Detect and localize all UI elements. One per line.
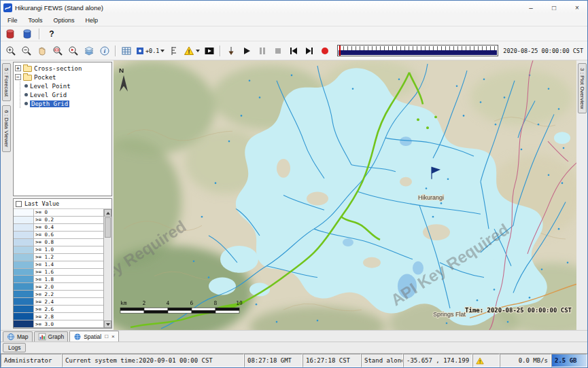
panel-maximize-icon[interactable]: □ xyxy=(105,333,108,339)
tree-node-label[interactable]: Cross-section xyxy=(34,65,82,72)
expand-icon[interactable] xyxy=(15,65,21,71)
zoom-out-button[interactable] xyxy=(19,44,34,58)
tree-leaf-label[interactable]: Level Grid xyxy=(30,92,67,98)
profile-tool-button[interactable] xyxy=(224,44,239,58)
tab-spatial[interactable]: Spatial □ × xyxy=(69,331,119,342)
scrollbar-thumb[interactable] xyxy=(105,217,111,238)
step-forward-icon xyxy=(304,45,315,56)
tab-graph[interactable]: Graph xyxy=(34,331,69,342)
collapse-icon[interactable] xyxy=(15,74,21,80)
menu-options[interactable]: Options xyxy=(48,16,80,25)
info-button[interactable]: i xyxy=(97,44,112,58)
tab-map[interactable]: Map xyxy=(3,331,33,342)
legend-scrollbar[interactable] xyxy=(104,209,111,328)
main-toolbar: ? xyxy=(1,26,587,41)
step-back-button[interactable] xyxy=(286,44,301,58)
step-forward-button[interactable] xyxy=(302,44,317,58)
menu-file[interactable]: File xyxy=(2,16,23,25)
map-time-label: Time: 2020-08-25 00:00:00 CST xyxy=(465,307,572,314)
legend-swatch xyxy=(14,246,34,253)
legend-row: >= 1.4 xyxy=(14,261,103,269)
help-button[interactable]: ? xyxy=(44,27,59,41)
legend-swatch xyxy=(14,254,34,261)
timeline-slider[interactable] xyxy=(337,45,498,56)
status-alerts[interactable]: ! xyxy=(472,354,500,367)
legend-swatch xyxy=(14,313,34,320)
grid-icon xyxy=(121,45,132,56)
tree-node-pocket[interactable]: Pocket xyxy=(15,73,111,81)
tree-leaf-depth-grid[interactable]: Depth Grid xyxy=(23,99,111,108)
legend-swatch xyxy=(14,239,34,246)
layers-button[interactable] xyxy=(82,44,97,58)
legend-row: >= 2.8 xyxy=(14,313,103,320)
parameter-tree: Cross-section Pocket Level Point Level G… xyxy=(13,62,112,196)
scale-tick: 8 xyxy=(214,300,218,306)
legend-swatch xyxy=(14,291,34,297)
tab-label: Spatial xyxy=(84,333,101,340)
leaf-bullet-icon xyxy=(24,93,28,96)
zoom-previous-icon xyxy=(68,45,79,56)
stop-button[interactable] xyxy=(271,44,286,58)
left-tab-strip: 5 : Forecast 6 : Data Viewer xyxy=(1,60,12,330)
leaf-bullet-icon xyxy=(24,102,28,105)
minimize-button[interactable]: – xyxy=(521,1,541,14)
map-canvas: API Key Required API Key Required N Hiku… xyxy=(114,60,576,330)
tree-leaf-level-point[interactable]: Level Point xyxy=(23,81,111,90)
legend-swatch xyxy=(14,276,34,282)
open-database-button[interactable] xyxy=(20,27,35,41)
scale-tick: 2 xyxy=(143,300,146,306)
tree-node-label[interactable]: Pocket xyxy=(34,74,56,81)
scale-ruler-icon xyxy=(169,45,179,56)
zoom-window-button[interactable] xyxy=(50,44,65,58)
animation-viewer-button[interactable] xyxy=(202,44,217,58)
legend-row: >= 1.2 xyxy=(14,254,103,261)
open-forecast-button[interactable] xyxy=(3,27,18,41)
timeline-band xyxy=(339,50,497,55)
pause-button[interactable] xyxy=(255,44,270,58)
scroll-down-button[interactable] xyxy=(104,320,111,328)
legend-row: >= 2.2 xyxy=(14,291,103,298)
warning-combo[interactable]: ! xyxy=(182,45,201,57)
map-view[interactable]: API Key Required API Key Required N Hiku… xyxy=(114,60,576,330)
maximize-button[interactable]: □ xyxy=(544,1,564,14)
record-button[interactable] xyxy=(317,44,332,58)
sidebar-tab-data-viewer[interactable]: 6 : Data Viewer xyxy=(2,105,11,152)
close-button[interactable]: × xyxy=(567,1,587,14)
tree-leaf-label[interactable]: Level Point xyxy=(30,83,71,90)
threshold-combo[interactable]: +0.1 xyxy=(135,46,166,56)
zoom-in-button[interactable] xyxy=(3,44,18,58)
legend-swatch xyxy=(14,283,34,290)
scroll-up-button[interactable] xyxy=(104,209,111,217)
tree-leaf-level-grid[interactable]: Level Grid xyxy=(23,90,111,99)
status-bar: Administrator Current system time:2020-0… xyxy=(1,353,587,367)
sidebar-tab-forecast[interactable]: 5 : Forecast xyxy=(2,63,11,101)
menu-tools[interactable]: Tools xyxy=(23,16,48,25)
legend-swatch xyxy=(14,269,34,276)
status-coordinates: -35.657 , 174.199 xyxy=(403,354,472,367)
logs-button[interactable]: Logs xyxy=(3,343,26,352)
legend-list: >= 0 >= 0.2 >= 0.4 >= 0.6 >= 0.8 >= 1.0 … xyxy=(14,209,104,328)
tree-node-cross-section[interactable]: Cross-section xyxy=(15,64,111,73)
grid-display-button[interactable] xyxy=(119,44,134,58)
zoom-previous-button[interactable] xyxy=(66,44,81,58)
play-button[interactable] xyxy=(239,44,254,58)
panel-close-icon[interactable]: × xyxy=(111,333,115,339)
pan-button[interactable] xyxy=(35,44,50,58)
pause-icon xyxy=(257,45,268,56)
last-value-checkbox[interactable] xyxy=(16,201,22,207)
app-window: Hikurangi FEWS (Stand alone) – □ × File … xyxy=(0,0,588,368)
legend-row: >= 1.0 xyxy=(14,246,103,254)
menu-help[interactable]: Help xyxy=(80,16,104,25)
sidebar-tab-plot-overview[interactable]: 3 : Plot Overview xyxy=(578,63,587,113)
legend-row: >= 0 xyxy=(14,209,103,217)
legend-swatch xyxy=(14,306,34,312)
main-area: 5 : Forecast 6 : Data Viewer Cross-secti… xyxy=(1,60,587,330)
threshold-icon xyxy=(136,47,144,55)
chart-icon xyxy=(38,333,46,341)
legend-label: >= 1.2 xyxy=(34,254,103,261)
tree-leaf-label-selected[interactable]: Depth Grid xyxy=(30,100,69,107)
map-toolbar: i +0.1 ! 2020-08-25 00:00:00 CST xyxy=(1,41,587,60)
vertical-profile-button[interactable] xyxy=(167,44,181,58)
scrollbar-track[interactable] xyxy=(104,238,111,320)
timeline-cursor[interactable] xyxy=(339,45,341,56)
